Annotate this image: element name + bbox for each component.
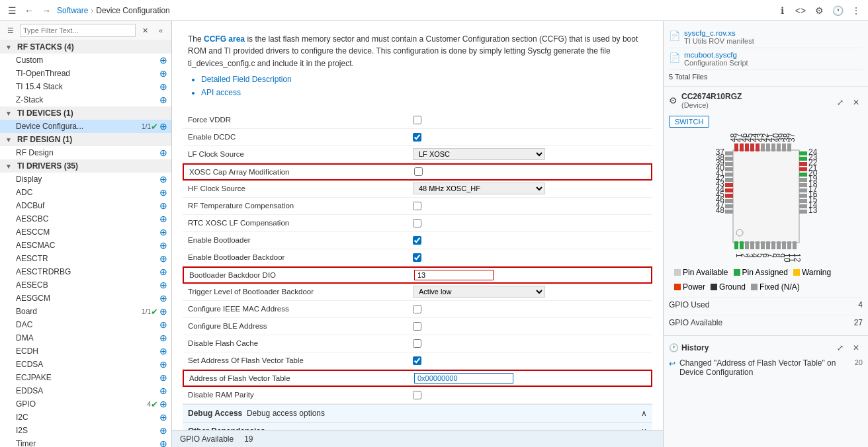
filter-input[interactable] [20,24,136,37]
link-field-desc[interactable]: Detailed Field Description [201,75,292,84]
aesgcm-add-btn[interactable]: ⊕ [158,293,169,304]
checkbox-disable-flash-cache[interactable] [413,339,421,348]
sidebar-item-adc[interactable]: ADC ⊕ [0,186,171,199]
gpio-add-btn[interactable]: ⊕ [158,399,169,409]
device-config-add-btn[interactable]: ⊕ [158,121,169,132]
adc-add-btn[interactable]: ⊕ [158,187,169,198]
aesctrdrbg-add-btn[interactable]: ⊕ [158,266,169,277]
sidebar-item-board[interactable]: Board 1/1 ✔ ⊕ [0,305,171,318]
sidebar-item-aesccm[interactable]: AESCCM ⊕ [0,225,171,239]
filter-clear-icon[interactable]: ✕ [138,24,152,37]
sidebar-item-i2s[interactable]: I2S ⊕ [0,424,171,437]
history-expand-icon[interactable]: ⤢ [834,341,847,354]
history-icon[interactable]: 🕐 [831,4,844,17]
group-ti-devices[interactable]: ▼ TI DEVICES (1) [0,106,171,120]
checkbox-enable-bootloader[interactable] [413,236,421,245]
sidebar-item-device-config[interactable]: Device Configura... 1/1 ✔ ⊕ [0,120,171,133]
i2c-add-btn[interactable]: ⊕ [158,412,169,423]
file-name-syscfg[interactable]: syscfg_c.rov.xs [684,29,863,37]
select-lf-clock-source[interactable]: LF XOSCLF RCOSCExternal LF clock [413,148,545,160]
sidebar-item-ti-openthread[interactable]: TI-OpenThread ⊕ [0,67,171,80]
aesctr-add-btn[interactable]: ⊕ [158,253,169,264]
dac-add-btn[interactable]: ⊕ [158,319,169,330]
sidebar-item-aesctrdrbg[interactable]: AESCTRDRBG ⊕ [0,265,171,278]
checkbox-set-address-flash[interactable] [413,356,421,365]
settings-icon[interactable]: ⚙ [812,4,826,17]
sidebar-item-display[interactable]: Display ⊕ [0,173,171,186]
filter-collapse-icon[interactable]: « [154,24,167,37]
forward-button[interactable]: → [40,4,53,17]
sidebar-item-aesecb[interactable]: AESECB ⊕ [0,278,171,292]
sidebar-item-gpio[interactable]: GPIO 4 ✔ ⊕ [0,397,171,411]
device-expand-icon[interactable]: ⤢ [834,96,847,109]
checkbox-ieee-mac[interactable] [413,305,421,313]
group-rf-stacks[interactable]: ▼ RF STACKS (4) [0,40,171,54]
more-icon[interactable]: ⋮ [849,4,863,17]
sidebar-item-ti154-stack[interactable]: TI 15.4 Stack ⊕ [0,80,171,93]
sidebar-menu-icon[interactable]: ☰ [4,24,17,37]
sidebar-item-aesctr[interactable]: AESCTR ⊕ [0,252,171,265]
ecdsa-add-btn[interactable]: ⊕ [158,359,169,370]
sidebar-item-dac[interactable]: DAC ⊕ [0,318,171,331]
sidebar-item-aescbc[interactable]: AESCBC ⊕ [0,212,171,225]
checkbox-ble-address[interactable] [413,322,421,331]
checkbox-rf-temp-comp[interactable] [413,202,421,210]
z-stack-add-btn[interactable]: ⊕ [158,95,169,105]
sidebar-item-i2c[interactable]: I2C ⊕ [0,411,171,424]
adcbuf-add-btn[interactable]: ⊕ [158,200,169,211]
hamburger-icon[interactable]: ☰ [5,4,19,17]
sidebar-item-z-stack[interactable]: Z-Stack ⊕ [0,93,171,106]
sidebar-item-dma[interactable]: DMA ⊕ [0,331,171,345]
checkbox-disable-ram-parity[interactable] [413,391,421,399]
group-ti-drivers[interactable]: ▼ TI DRIVERS (35) [0,159,171,173]
input-address-flash-vector[interactable] [414,373,513,384]
history-close-icon[interactable]: ✕ [849,341,863,354]
sidebar-item-eddsa[interactable]: EDDSA ⊕ [0,384,171,397]
sidebar-item-timer[interactable]: Timer ⊕ [0,437,171,447]
checkbox-enable-bootloader-backdoor[interactable] [413,253,421,262]
display-add-btn[interactable]: ⊕ [158,174,169,184]
sidebar-item-ecdh[interactable]: ECDH ⊕ [0,345,171,358]
i2s-add-btn[interactable]: ⊕ [158,425,169,436]
ecjpake-add-btn[interactable]: ⊕ [158,372,169,383]
aesccm-add-btn[interactable]: ⊕ [158,227,169,237]
ti-openthread-add-btn[interactable]: ⊕ [158,68,169,79]
info-icon[interactable]: ℹ [775,4,789,17]
link-api-access[interactable]: API access [201,88,241,97]
device-close-icon[interactable]: ✕ [849,96,863,109]
timer-add-btn[interactable]: ⊕ [158,438,169,447]
board-add-btn[interactable]: ⊕ [158,306,169,317]
dma-add-btn[interactable]: ⊕ [158,333,169,343]
eddsa-add-btn[interactable]: ⊕ [158,386,169,396]
ti154-stack-add-btn[interactable]: ⊕ [158,81,169,92]
sidebar-item-aesgcm[interactable]: AESGCM ⊕ [0,292,171,305]
group-rf-design[interactable]: ▼ RF DESIGN (1) [0,133,171,146]
debug-access-section[interactable]: Debug Access Debug access options ∧ [183,404,652,422]
sidebar-item-custom[interactable]: Custom ⊕ [0,54,171,67]
input-bootloader-backdoor-dio[interactable] [414,270,494,280]
sidebar-item-ecjpake[interactable]: ECJPAKE ⊕ [0,371,171,384]
select-hf-clock-source[interactable]: 48 MHz XOSC_HF48 MHz RCOSC_HF [413,183,545,194]
code-icon[interactable]: <> [794,4,807,17]
back-button[interactable]: ← [22,4,36,17]
breadcrumb-software[interactable]: Software [57,6,88,15]
value-enable-dcdc [408,131,652,143]
aescbc-add-btn[interactable]: ⊕ [158,214,169,224]
switch-button[interactable]: SWITCH [669,116,709,128]
custom-add-btn[interactable]: ⊕ [158,55,169,65]
ecdh-add-btn[interactable]: ⊕ [158,346,169,356]
sidebar-item-adcbuf[interactable]: ADCBuf ⊕ [0,199,171,212]
file-name-mcuboot[interactable]: mcuboot.syscfg [684,51,863,59]
sidebar-item-ecdsa[interactable]: ECDSA ⊕ [0,358,171,371]
select-trigger-level[interactable]: Active lowActive high [413,286,545,298]
checkbox-xosc-cap[interactable] [414,167,423,176]
checkbox-rtc-xosc[interactable] [413,219,421,227]
sidebar-item-aescmac[interactable]: AESCMAC ⊕ [0,239,171,252]
checkbox-enable-dcdc[interactable] [413,133,421,142]
other-dependencies-section[interactable]: Other Dependencies ∨ [183,422,652,430]
aescmac-add-btn[interactable]: ⊕ [158,240,169,251]
aesecb-add-btn[interactable]: ⊕ [158,280,169,290]
rf-design-add-btn[interactable]: ⊕ [158,147,169,158]
sidebar-item-rf-design[interactable]: RF Design ⊕ [0,146,171,159]
checkbox-force-vddr[interactable] [413,116,421,124]
